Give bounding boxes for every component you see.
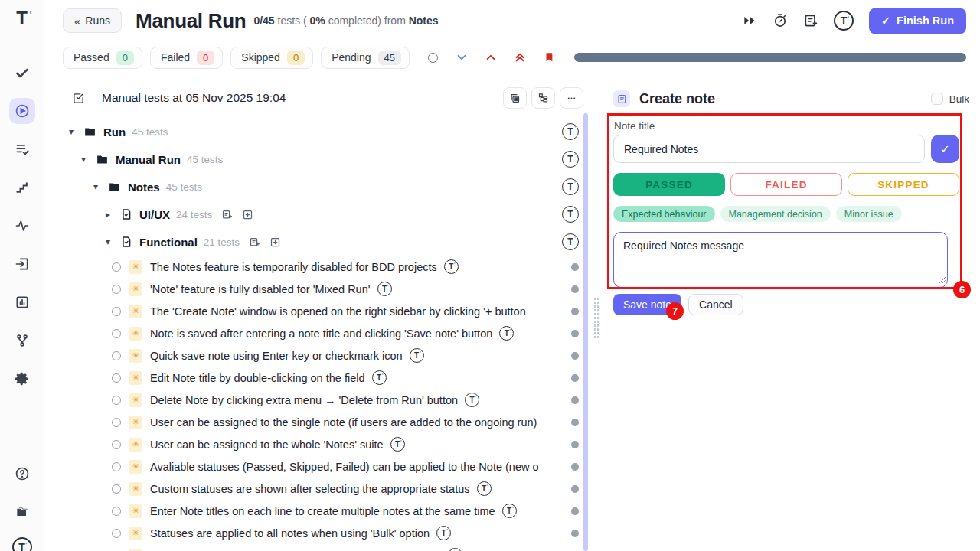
testomat-logo-icon[interactable]: T': [562, 151, 579, 168]
app-logo-icon[interactable]: T': [16, 8, 28, 29]
testomat-logo-icon[interactable]: T': [562, 178, 579, 195]
tree-folder-run[interactable]: ▾ Run 45 tests T': [44, 118, 596, 145]
bulk-checkbox[interactable]: [931, 93, 943, 105]
steps-nav-icon[interactable]: [9, 174, 35, 201]
import-nav-icon[interactable]: [9, 251, 35, 277]
test-radio[interactable]: [112, 507, 121, 516]
testomat-logo-icon[interactable]: T': [465, 393, 479, 407]
test-radio[interactable]: [112, 329, 121, 338]
cancel-button[interactable]: Cancel: [688, 294, 743, 315]
tree-folder-manual-run[interactable]: ▾ Manual Run 45 tests T': [44, 145, 596, 173]
flag-icon[interactable]: [544, 52, 554, 63]
collapse-icon[interactable]: ▾: [103, 236, 113, 247]
collapse-icon[interactable]: ▾: [90, 181, 101, 192]
analytics-nav-icon[interactable]: [9, 289, 35, 315]
user-avatar[interactable]: T': [12, 537, 32, 551]
test-row[interactable]: ✳ User can be assigned to the whole 'Not…: [44, 433, 596, 455]
plans-nav-icon[interactable]: [9, 136, 35, 162]
account-avatar[interactable]: T': [834, 11, 854, 31]
test-row[interactable]: ✳ Enter Note titles on each line to crea…: [44, 500, 596, 522]
pulse-nav-icon[interactable]: [9, 213, 35, 239]
test-row[interactable]: ✳ User can be assigned to the single not…: [44, 411, 596, 433]
test-radio[interactable]: [112, 262, 121, 272]
tag-minor-issue[interactable]: Minor issue: [836, 206, 902, 222]
tree-scrollbar[interactable]: [583, 113, 588, 551]
test-row[interactable]: ✳ Statuses are applied to all notes when…: [44, 522, 596, 544]
test-radio[interactable]: [112, 285, 121, 294]
testomat-logo-icon[interactable]: T': [444, 259, 459, 274]
panel-resize-handle[interactable]: [593, 297, 599, 338]
tree-suite-uiux[interactable]: ▸ UI/UX 24 tests T': [44, 201, 596, 228]
skipped-status-button[interactable]: SKIPPED: [848, 173, 959, 196]
collapse-icon[interactable]: ▾: [66, 126, 77, 137]
testomat-logo-icon[interactable]: T': [477, 481, 492, 496]
filter-failed[interactable]: Failed 0: [150, 47, 223, 69]
note-title-input[interactable]: [613, 135, 925, 163]
testomat-logo-icon[interactable]: T': [372, 370, 387, 385]
finish-run-button[interactable]: ✓ Finish Run: [869, 8, 966, 34]
add-test-icon[interactable]: [242, 209, 253, 220]
filter-pending[interactable]: Pending 45: [321, 47, 410, 69]
test-radio[interactable]: [112, 462, 121, 471]
failed-status-button[interactable]: FAILED: [730, 173, 842, 196]
test-radio[interactable]: [112, 396, 121, 405]
test-radio[interactable]: [112, 440, 121, 449]
add-test-icon[interactable]: [270, 236, 281, 248]
testomat-logo-icon[interactable]: T': [562, 123, 579, 140]
collapse-icon[interactable]: ▾: [78, 154, 89, 165]
chevron-down-icon[interactable]: [456, 52, 467, 63]
tests-nav-icon[interactable]: [9, 60, 35, 86]
status-circle-icon[interactable]: [428, 53, 438, 63]
test-radio[interactable]: [112, 529, 121, 538]
passed-status-button[interactable]: PASSED: [613, 173, 725, 196]
test-radio[interactable]: [112, 351, 121, 360]
testomat-logo-icon[interactable]: T': [562, 206, 579, 223]
test-row[interactable]: ✳ Edit Note title by double-clicking on …: [44, 367, 596, 389]
test-row[interactable]: ✳ Quick save note using Enter key or che…: [44, 344, 596, 367]
testomat-logo-icon[interactable]: T': [562, 233, 579, 250]
tree-view-button[interactable]: [531, 87, 555, 109]
test-radio[interactable]: [112, 307, 121, 316]
test-radio[interactable]: [112, 418, 121, 427]
bulk-toggle[interactable]: Bulk: [931, 93, 969, 105]
add-note-icon[interactable]: [249, 236, 260, 248]
help-icon[interactable]: [9, 461, 35, 487]
more-options-button[interactable]: [560, 87, 583, 109]
testomat-logo-icon[interactable]: T': [377, 282, 392, 296]
test-row[interactable]: ✳ Delete Note by clicking extra menu → '…: [44, 389, 596, 411]
quick-save-check-button[interactable]: ✓: [931, 135, 959, 163]
tag-expected-behaviour[interactable]: Expected behaviour: [613, 206, 715, 222]
testomat-logo-icon[interactable]: T': [410, 348, 424, 363]
expand-icon[interactable]: ▸: [103, 209, 113, 220]
copy-button[interactable]: [503, 87, 527, 109]
note-message-textarea[interactable]: Required Notes message: [613, 232, 948, 288]
branch-nav-icon[interactable]: [9, 328, 35, 354]
chevron-up-icon[interactable]: [485, 52, 496, 63]
testomat-logo-icon[interactable]: T': [499, 326, 514, 341]
projects-icon[interactable]: [9, 499, 35, 525]
settings-nav-icon[interactable]: [9, 366, 35, 392]
testomat-logo-icon[interactable]: T': [502, 504, 517, 518]
test-row[interactable]: ✳ 'Note' feature is fully disabled for '…: [44, 278, 596, 300]
testomat-logo-icon[interactable]: T': [390, 437, 405, 452]
select-all-icon[interactable]: [72, 92, 85, 105]
filter-skipped[interactable]: Skipped 0: [230, 47, 313, 69]
test-row[interactable]: ✳ The 'Convert to test' button is shown …: [44, 544, 596, 551]
double-chevron-up-icon[interactable]: [514, 52, 525, 63]
back-to-runs-button[interactable]: « Runs: [63, 8, 122, 33]
test-row[interactable]: ✳ Avaliable statuses (Passed, Skipped, F…: [44, 455, 596, 478]
add-note-icon[interactable]: [803, 13, 818, 28]
filter-passed[interactable]: Passed 0: [63, 47, 142, 69]
testomat-logo-icon[interactable]: T': [436, 526, 451, 540]
fast-forward-icon[interactable]: [742, 13, 757, 28]
test-row[interactable]: ✳ Note is saved after entering a note ti…: [44, 322, 596, 344]
test-row[interactable]: ✳ The Notes feature is temporarily disab…: [44, 256, 596, 278]
runs-nav-icon[interactable]: [9, 98, 35, 124]
tree-folder-notes[interactable]: ▾ Notes 45 tests T': [44, 173, 596, 201]
test-radio[interactable]: [112, 484, 121, 494]
test-radio[interactable]: [112, 373, 121, 383]
add-note-icon[interactable]: [221, 209, 233, 220]
timer-icon[interactable]: [773, 13, 788, 28]
test-row[interactable]: ✳ Custom statuses are shown after select…: [44, 478, 596, 500]
testomat-logo-icon[interactable]: T': [448, 548, 462, 551]
